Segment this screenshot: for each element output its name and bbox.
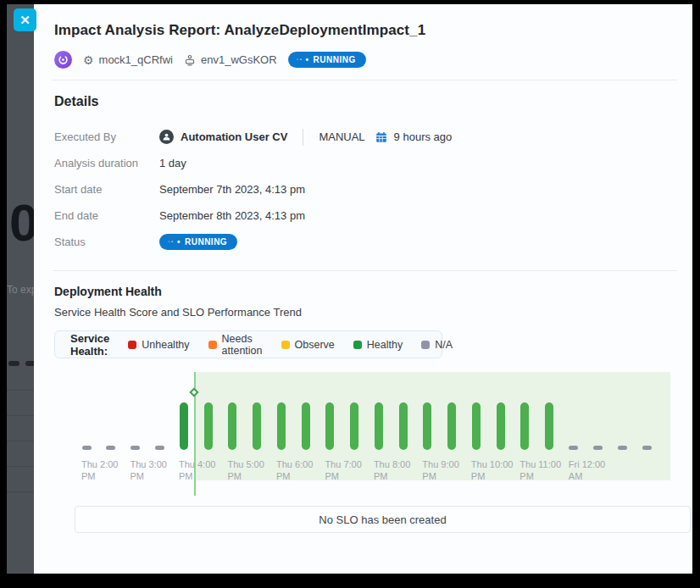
calendar-icon [375, 131, 387, 143]
service-health-legend: Service Health: Unhealthy Needs attentio… [54, 330, 442, 358]
health-score-bar[interactable] [204, 402, 213, 450]
service-logo-icon [58, 54, 69, 65]
health-score-bar[interactable] [277, 402, 286, 450]
health-score-bar[interactable] [350, 402, 358, 450]
health-score-bar[interactable] [302, 402, 310, 450]
healthy-swatch-icon [353, 341, 362, 349]
detail-value: September 8th 2023, 4:13 pm [159, 209, 305, 222]
running-dots-icon: ·· • [168, 237, 181, 247]
background-dash [8, 361, 19, 366]
health-score-bar[interactable] [447, 402, 456, 450]
report-meta-row: ⚙︎ mock1_qCRfwi env1_wGsKOR ·· • RUNN [54, 51, 672, 69]
deployment-health-section: Deployment Health Service Health Score a… [34, 271, 692, 533]
health-chart: Thu 2:00 PMThu 3:00 PMThu 4:00 PMThu 5:0… [54, 367, 670, 496]
person-icon [162, 132, 171, 141]
needs-attention-swatch-icon [208, 341, 217, 349]
health-score-bar[interactable] [520, 402, 529, 450]
monitored-service-avatar [54, 51, 72, 69]
impact-analysis-drawer: Impact Analysis Report: AnalyzeDeploymen… [34, 4, 692, 574]
no-data-point[interactable] [593, 446, 603, 450]
x-axis-label: Thu 9:00 PM [422, 458, 471, 482]
details-section: Details Executed By Automation User CV [34, 80, 692, 270]
legend-title: Service Health: [70, 332, 109, 358]
slo-empty-state: No SLO has been created [75, 506, 691, 533]
environment-name: env1_wGsKOR [201, 53, 277, 66]
x-axis-label: Thu 8:00 PM [374, 458, 423, 482]
no-data-point[interactable] [642, 446, 652, 450]
executed-time: 9 hours ago [394, 130, 453, 143]
x-axis-label: Thu 4:00 PM [179, 458, 228, 482]
x-axis-label: Thu 2:00 PM [81, 458, 131, 482]
trigger-type: MANUAL [319, 130, 364, 143]
health-score-bar[interactable] [180, 402, 188, 450]
x-axis-label: Thu 6:00 PM [276, 458, 325, 482]
vertical-separator [303, 129, 303, 146]
health-score-bar[interactable] [423, 402, 431, 450]
x-axis-label: Thu 10:00 PM [471, 458, 520, 482]
detail-label: Start date [54, 183, 159, 196]
close-icon: ✕ [19, 13, 31, 27]
background-page: 0 To exp ✕ Impact Analysis Report: Analy… [7, 4, 692, 574]
detail-row: End date September 8th 2023, 4:13 pm [54, 202, 672, 229]
legend-item-needs-attention: Needs attention [208, 333, 263, 357]
slo-empty-message: No SLO has been created [319, 513, 446, 526]
health-score-bar[interactable] [472, 402, 481, 450]
legend-item-na: N/A [421, 339, 453, 351]
detail-row: Start date September 7th 2023, 4:13 pm [54, 176, 672, 202]
x-axis-label: Thu 7:00 PM [325, 458, 374, 482]
background-big-number: 0 [9, 192, 36, 252]
detail-value: September 7th 2023, 4:13 pm [159, 183, 305, 196]
health-score-bar[interactable] [253, 402, 261, 450]
detail-label: Status [54, 236, 159, 248]
chart-subtitle: Service Health Score and SLO Performance… [54, 306, 672, 319]
drawer-header: Impact Analysis Report: AnalyzeDeploymen… [34, 4, 692, 80]
status-badge-running: ·· • RUNNING [288, 52, 366, 68]
detail-row: Analysis duration 1 day [54, 150, 672, 176]
service-name: mock1_qCRfwi [99, 53, 173, 66]
health-score-bar[interactable] [399, 402, 408, 450]
x-axis-label: Thu 11:00 PM [519, 458, 569, 482]
x-axis-label: Fri 12:00 AM [569, 458, 618, 482]
gear-icon: ⚙︎ [83, 54, 94, 66]
detail-value: 1 day [159, 157, 186, 169]
close-drawer-button[interactable]: ✕ [14, 8, 36, 31]
detail-label: Analysis duration [54, 157, 159, 169]
detail-label: Executed By [54, 130, 159, 143]
health-score-bar[interactable] [325, 402, 334, 450]
running-dots-icon: ·· • [297, 55, 309, 64]
no-data-point[interactable] [131, 446, 140, 450]
observe-swatch-icon [281, 341, 290, 349]
legend-item-healthy: Healthy [353, 339, 403, 351]
page-title: Impact Analysis Report: AnalyzeDeploymen… [54, 22, 672, 39]
unhealthy-swatch-icon [128, 341, 136, 349]
legend-item-unhealthy: Unhealthy [128, 339, 189, 351]
environment-icon [184, 54, 196, 66]
environment-meta[interactable]: env1_wGsKOR [184, 53, 277, 66]
health-score-bar[interactable] [545, 402, 553, 450]
detail-row-executed-by: Executed By Automation User CV MANUAL [54, 124, 672, 150]
status-badge-running: ·· • RUNNING [159, 234, 237, 250]
detail-row-status: Status ·· • RUNNING [54, 229, 672, 255]
na-swatch-icon [421, 341, 430, 349]
detail-label: End date [54, 209, 159, 222]
user-avatar [159, 130, 174, 144]
detail-value: Automation User CV MANUAL [159, 129, 452, 146]
health-score-bar[interactable] [375, 402, 383, 450]
details-heading: Details [54, 94, 672, 109]
x-axis-label: Thu 5:00 PM [227, 458, 276, 482]
x-axis-label: Thu 3:00 PM [130, 458, 179, 482]
service-meta[interactable]: ⚙︎ mock1_qCRfwi [83, 53, 173, 66]
deployment-health-heading: Deployment Health [54, 285, 672, 298]
no-data-point[interactable] [82, 446, 92, 450]
no-data-point[interactable] [106, 446, 115, 450]
executed-by-user: Automation User CV [181, 130, 287, 143]
screenshot-stage: 0 To exp ✕ Impact Analysis Report: Analy… [0, 0, 700, 588]
background-partial-text: To exp [7, 284, 36, 296]
no-data-point[interactable] [569, 446, 578, 450]
health-score-bar[interactable] [228, 402, 236, 450]
no-data-point[interactable] [155, 446, 164, 450]
health-score-bar[interactable] [497, 402, 505, 450]
legend-item-observe: Observe [281, 339, 335, 351]
no-data-point[interactable] [618, 446, 627, 450]
